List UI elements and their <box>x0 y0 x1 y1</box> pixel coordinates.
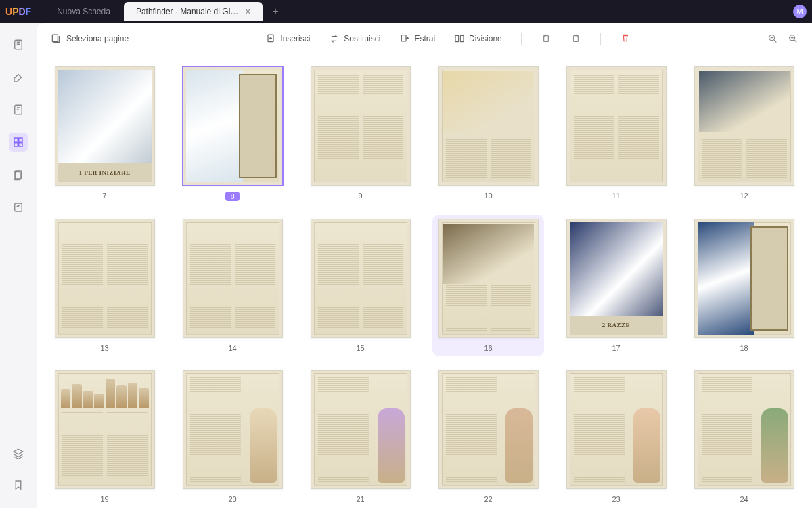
sidebar-form-icon[interactable] <box>9 198 28 217</box>
page-number-label: 13 <box>100 344 108 352</box>
svg-rect-13 <box>460 35 464 41</box>
page-thumbnail-image <box>438 370 539 489</box>
sidebar-layers-icon[interactable] <box>9 444 28 463</box>
page-thumbnail-image <box>694 66 794 186</box>
svg-rect-4 <box>14 143 18 146</box>
page-number-label: 24 <box>740 495 748 503</box>
page-thumbnail-image <box>55 219 155 338</box>
page-thumbnail[interactable]: 18 <box>692 219 796 352</box>
page-thumbnail[interactable]: 9 <box>309 66 412 201</box>
page-thumbnail-image <box>438 66 539 186</box>
page-thumbnail[interactable]: 13 <box>53 219 156 352</box>
page-number-label: 11 <box>612 192 620 200</box>
page-number-label: 22 <box>484 495 492 503</box>
rotate-left-button[interactable] <box>541 33 551 45</box>
page-number-label: 23 <box>612 495 620 503</box>
separator <box>521 33 522 45</box>
zoom-in-button[interactable] <box>788 33 798 44</box>
sidebar-crop-icon[interactable] <box>9 165 28 184</box>
insert-button[interactable]: Inserisci <box>265 33 310 45</box>
page-thumbnail[interactable]: 12 <box>692 66 796 201</box>
replace-button[interactable]: Sostituisci <box>329 33 380 45</box>
separator <box>600 33 601 45</box>
page-thumbnail-image <box>438 219 539 338</box>
svg-rect-11 <box>402 35 407 41</box>
new-tab-button[interactable]: + <box>264 5 286 18</box>
page-thumbnail[interactable]: 24 <box>692 370 796 503</box>
user-avatar[interactable]: M <box>793 5 807 18</box>
document-tab[interactable]: Nuova Scheda <box>45 2 122 21</box>
extract-button[interactable]: Estrai <box>399 33 435 45</box>
page-thumbnail[interactable]: 11 <box>564 66 668 201</box>
insert-icon <box>265 33 276 44</box>
page-number-label: 14 <box>228 344 236 352</box>
page-thumbnail[interactable]: 23 <box>564 370 668 503</box>
page-number-label: 8 <box>225 192 239 201</box>
page-number-label: 10 <box>484 192 492 200</box>
page-thumbnail-image <box>694 370 794 489</box>
replace-icon <box>329 33 340 44</box>
page-thumbnail-image <box>311 370 411 489</box>
svg-rect-12 <box>455 35 459 41</box>
page-number-label: 16 <box>484 344 492 352</box>
page-number-label: 15 <box>356 344 364 352</box>
page-number-label: 7 <box>102 192 106 200</box>
page-thumbnail-image <box>311 219 411 338</box>
title-bar: UPDF Nuova SchedaPathfinder - Manuale di… <box>0 0 812 23</box>
svg-rect-9 <box>52 35 58 42</box>
select-pages-button[interactable]: Seleziona pagine <box>50 33 129 44</box>
sidebar-edit-icon[interactable] <box>9 100 28 119</box>
app-logo: UPDF <box>5 6 31 17</box>
page-number-label: 21 <box>356 495 364 503</box>
page-thumbnail-image <box>183 370 283 489</box>
extract-icon <box>399 33 410 44</box>
page-thumbnail[interactable]: 14 <box>181 219 284 352</box>
main-panel: Seleziona pagine Inserisci Sostituisci E… <box>37 23 812 508</box>
zoom-out-button[interactable] <box>767 33 778 44</box>
page-number-label: 17 <box>612 344 620 352</box>
svg-rect-3 <box>19 138 22 142</box>
close-tab-icon[interactable]: × <box>245 6 250 17</box>
svg-rect-0 <box>15 40 22 49</box>
page-number-label: 20 <box>228 495 236 503</box>
split-icon <box>454 33 465 44</box>
svg-rect-8 <box>15 203 22 211</box>
page-thumbnail[interactable]: 10 <box>436 66 540 201</box>
page-thumbnail-image <box>183 219 283 338</box>
page-toolbar: Seleziona pagine Inserisci Sostituisci E… <box>37 23 812 54</box>
sidebar-highlight-icon[interactable] <box>9 68 28 87</box>
sidebar-pages-icon[interactable] <box>9 133 28 152</box>
thumbnail-scroll[interactable]: 1 PER INIZIARE789101112131415162 RAZZE17… <box>37 54 812 508</box>
select-icon <box>50 33 61 44</box>
page-thumbnail[interactable]: 20 <box>181 370 284 503</box>
split-button[interactable]: Divisione <box>454 33 502 45</box>
page-thumbnail-image <box>183 66 283 186</box>
page-thumbnail[interactable]: 16 <box>432 215 544 356</box>
sidebar-bookmark-icon[interactable] <box>9 475 28 494</box>
delete-button[interactable] <box>620 33 631 45</box>
page-thumbnail[interactable]: 19 <box>53 370 156 503</box>
select-pages-label: Seleziona pagine <box>66 34 129 43</box>
thumbnail-grid: 1 PER INIZIARE789101112131415162 RAZZE17… <box>53 66 796 503</box>
page-thumbnail-image <box>311 66 411 186</box>
page-thumbnail-image <box>55 370 155 489</box>
page-thumbnail[interactable]: 8 <box>181 66 284 201</box>
svg-rect-14 <box>543 35 548 41</box>
document-tab[interactable]: Pathfinder - Manuale di Gi…× <box>124 2 263 21</box>
page-number-label: 19 <box>100 495 108 503</box>
page-number-label: 12 <box>740 192 748 200</box>
rotate-right-button[interactable] <box>570 33 581 45</box>
page-number-label: 9 <box>358 192 362 200</box>
page-number-label: 18 <box>740 344 748 352</box>
page-thumbnail-image: 2 RAZZE <box>566 219 667 338</box>
page-thumbnail[interactable]: 1 PER INIZIARE7 <box>53 66 156 201</box>
sidebar-reader-icon[interactable] <box>9 35 28 54</box>
page-thumbnail[interactable]: 22 <box>436 370 540 503</box>
page-thumbnail[interactable]: 2 RAZZE17 <box>564 219 668 352</box>
svg-rect-5 <box>19 143 22 146</box>
page-thumbnail-image <box>566 370 667 489</box>
left-sidebar <box>0 23 37 508</box>
page-thumbnail[interactable]: 15 <box>309 219 412 352</box>
page-thumbnail[interactable]: 21 <box>309 370 412 503</box>
page-thumbnail-image: 1 PER INIZIARE <box>55 66 155 186</box>
